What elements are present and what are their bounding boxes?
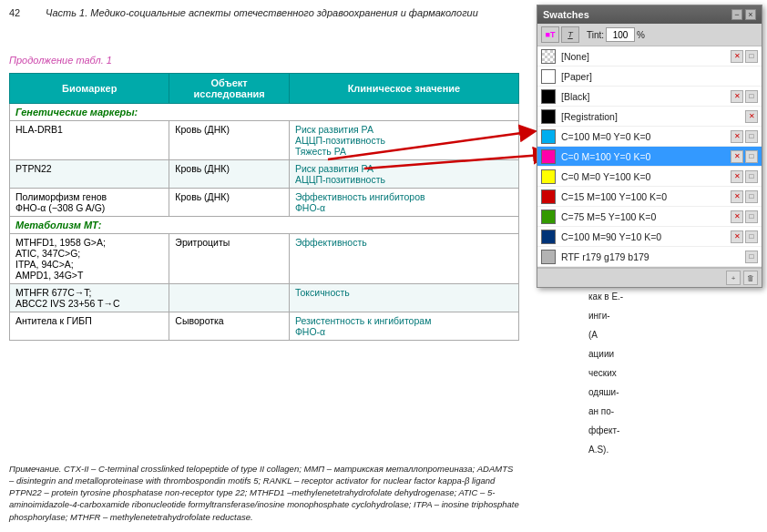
table-cell-clinical: Риск развития РААЦЦП-позитивность — [289, 160, 518, 189]
table-cell-clinical: Токсичность — [289, 284, 518, 312]
swatch-none-icon[interactable]: ✕ — [731, 150, 743, 163]
swatch-row[interactable]: C=75 M=5 Y=100 K=0 ✕ □ — [537, 207, 762, 227]
tint-input[interactable] — [606, 27, 635, 42]
swatch-row[interactable]: C=0 M=0 Y=100 K=0 ✕ □ — [537, 167, 762, 187]
swatch-name: [Registration] — [561, 111, 745, 122]
swatch-none-icon[interactable]: ✕ — [731, 130, 743, 143]
swatch-color-preview — [541, 210, 556, 224]
delete-swatch-button[interactable]: 🗑 — [743, 271, 758, 285]
close-button[interactable]: × — [745, 9, 756, 20]
table-cell-biomarker: MTHFD1, 1958 G>А;ATIC, 347C>G;ITPA, 94C>… — [10, 234, 169, 284]
swatch-box-icon[interactable]: □ — [745, 210, 758, 223]
new-swatch-button[interactable]: + — [726, 271, 741, 285]
swatch-row[interactable]: C=100 M=90 Y=10 K=0 ✕ □ — [537, 227, 762, 247]
swatch-color-preview — [541, 169, 556, 184]
swatch-actions: ✕ □ — [731, 150, 758, 163]
swatch-name: [Paper] — [561, 71, 758, 82]
table-cell-clinical: Резистентность к ингибиторамФНО-α — [289, 312, 518, 341]
swatch-color-preview — [541, 189, 556, 204]
swatch-box-icon[interactable]: □ — [745, 90, 758, 103]
swatch-actions: ✕ □ — [731, 130, 758, 143]
swatch-actions: ✕ □ — [731, 230, 758, 243]
swatch-actions: ✕ □ — [731, 50, 758, 63]
swatch-name: C=75 M=5 Y=100 K=0 — [561, 211, 731, 222]
swatch-none-icon[interactable]: ✕ — [731, 210, 743, 223]
table-cell-clinical: Риск развития РААЦЦП-позитивностьТяжесть… — [289, 121, 518, 160]
table-cell-object: Кровь (ДНК) — [169, 189, 290, 217]
swatch-actions: □ — [745, 251, 758, 263]
swatch-actions: ✕ □ — [731, 90, 758, 103]
swatch-actions: ✕ □ — [731, 190, 758, 203]
swatch-box-icon[interactable]: □ — [745, 50, 758, 63]
table-cell-biomarker: Антитела к ГИБП — [10, 312, 169, 341]
swatch-name: C=100 M=90 Y=10 K=0 — [561, 231, 731, 242]
swatch-box-icon[interactable]: □ — [745, 230, 758, 243]
minimize-button[interactable]: − — [731, 9, 742, 20]
swatch-color-preview — [541, 149, 556, 164]
col-header-clinical: Клиническое значение — [289, 74, 518, 104]
swatch-none-icon[interactable]: ✕ — [731, 190, 743, 203]
swatches-toolbar: ■T T Tint: % — [537, 24, 762, 46]
tint-percent: % — [637, 30, 645, 40]
swatch-box-icon[interactable]: □ — [745, 190, 758, 203]
table-cell-clinical: Эффективность — [289, 234, 518, 284]
table-cell-clinical: Эффективность ингибиторовФНО-α — [289, 189, 518, 217]
swatch-none-icon[interactable]: ✕ — [731, 230, 743, 243]
main-table: Биомаркер Объектисследования Клиническое… — [9, 73, 519, 341]
swatch-name: RTF r179 g179 b179 — [561, 251, 745, 262]
swatch-none-icon[interactable]: ✕ — [731, 50, 743, 63]
swatch-box-icon[interactable]: □ — [745, 130, 758, 143]
swatch-row[interactable]: C=0 M=100 Y=0 K=0 ✕ □ — [537, 147, 762, 167]
swatch-name: [Black] — [561, 91, 731, 102]
table-cell-biomarker: Полиморфизм геновФНО-α (−308 G A/G) — [10, 189, 169, 217]
swatch-color-preview — [541, 129, 556, 144]
swatch-row[interactable]: [None] ✕ □ — [537, 46, 762, 66]
page-header: Часть 1. Медико-социальные аспекты отече… — [46, 7, 501, 18]
tint-label: Tint: — [587, 30, 604, 40]
swatch-row[interactable]: C=100 M=0 Y=0 K=0 ✕ □ — [537, 127, 762, 147]
swatch-color-preview — [541, 230, 556, 244]
swatch-name: C=0 M=100 Y=0 K=0 — [561, 151, 731, 162]
swatch-color-preview — [541, 109, 556, 124]
swatch-name: C=100 M=0 Y=0 K=0 — [561, 131, 731, 142]
swatch-name: C=15 M=100 Y=100 K=0 — [561, 191, 731, 202]
table-cell-object: Эритроциты — [169, 234, 290, 284]
table-cell-biomarker: MTHFR 677C→T;ABCC2 IVS 23+56 T→C — [10, 284, 169, 312]
new-color-swatch-button[interactable]: ■T — [541, 26, 559, 43]
swatch-none-icon[interactable]: ✕ — [731, 90, 743, 103]
swatches-titlebar: Swatches − × — [537, 5, 762, 24]
footer-note: Примечание. CTX-II – С-terminal crosslin… — [9, 463, 519, 523]
swatch-actions: ✕ □ — [731, 210, 758, 223]
swatch-row[interactable]: RTF r179 g179 b179 □ — [537, 247, 762, 267]
swatch-box-icon[interactable]: □ — [745, 150, 758, 163]
swatch-row[interactable]: [Black] ✕ □ — [537, 87, 762, 107]
swatch-none-icon[interactable]: ✕ — [731, 170, 743, 183]
swatch-row[interactable]: [Registration] ✕ — [537, 107, 762, 127]
swatch-none-icon[interactable]: ✕ — [745, 110, 758, 123]
col-header-object: Объектисследования — [169, 74, 290, 104]
swatch-name: C=0 M=0 Y=100 K=0 — [561, 171, 731, 182]
swatch-actions: ✕ □ — [731, 170, 758, 183]
swatch-row[interactable]: [Paper] — [537, 66, 762, 87]
swatch-actions: ✕ — [745, 110, 758, 123]
swatch-color-preview — [541, 69, 556, 84]
col-header-biomarker: Биомаркер — [10, 74, 169, 104]
table-cell-biomarker: HLA-DRB1 — [10, 121, 169, 160]
new-tint-swatch-button[interactable]: T — [561, 26, 579, 43]
table-section-header: Генетические маркеры: — [10, 104, 519, 121]
swatches-list: [None] ✕ □ [Paper] [Black] ✕ □ [Registra… — [537, 46, 762, 268]
page-number: 42 — [9, 7, 20, 18]
continuation-label: Продолжение табл. 1 — [9, 55, 112, 66]
swatch-box-icon[interactable]: □ — [745, 170, 758, 183]
table-cell-object: Кровь (ДНК) — [169, 121, 290, 160]
swatch-row[interactable]: C=15 M=100 Y=100 K=0 ✕ □ — [537, 187, 762, 207]
swatch-color-preview — [541, 49, 556, 64]
swatch-color-preview — [541, 89, 556, 104]
table-cell-object — [169, 284, 290, 312]
swatch-color-preview — [541, 250, 556, 264]
swatches-title: Swatches — [543, 9, 589, 20]
swatches-panel: Swatches − × ■T T Tint: % [None] ✕ □ [Pa… — [537, 5, 762, 288]
table-cell-biomarker: PTPN22 — [10, 160, 169, 189]
swatch-box-icon[interactable]: □ — [745, 251, 758, 263]
table-section-header: Метаболизм МТ: — [10, 217, 519, 234]
